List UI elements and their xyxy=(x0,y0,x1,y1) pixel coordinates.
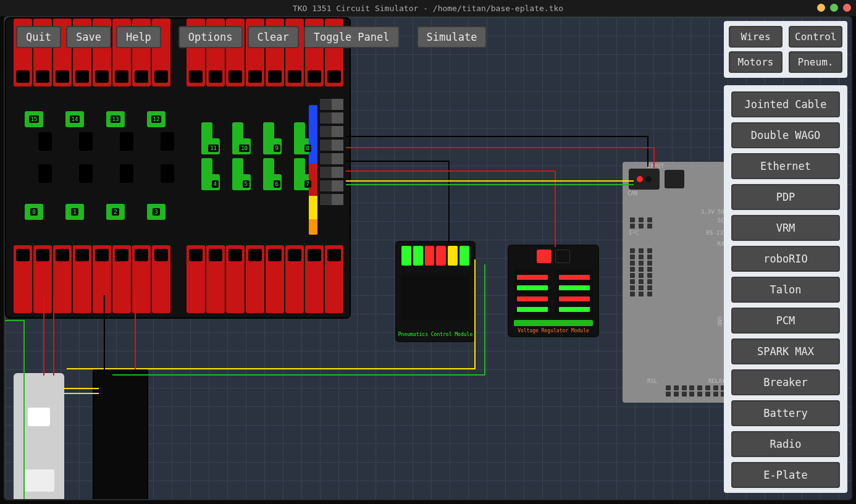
breaker-plug[interactable] xyxy=(28,408,50,426)
pdp-side-pin[interactable] xyxy=(320,99,343,110)
canvas-workarea[interactable]: Quit Save Help Options Clear Toggle Pane… xyxy=(4,16,852,500)
part-roborio[interactable]: roboRIO xyxy=(731,246,840,272)
pdp-port-15[interactable]: 15 xyxy=(25,111,43,127)
toggle-panel-button[interactable]: Toggle Panel xyxy=(304,26,400,48)
close-icon[interactable] xyxy=(843,4,851,12)
pdp-terminal[interactable] xyxy=(132,245,151,313)
pdp-terminal[interactable] xyxy=(53,245,72,313)
breaker-component[interactable] xyxy=(14,373,64,500)
wire-yellow[interactable] xyxy=(346,180,634,182)
pdp-port-6[interactable]: 6 xyxy=(263,158,282,190)
pdp-side-pin[interactable] xyxy=(320,126,343,137)
pdp-terminal[interactable] xyxy=(246,245,264,313)
help-button[interactable]: Help xyxy=(116,26,161,48)
pcm-port[interactable] xyxy=(425,246,435,266)
pdp-side-pin[interactable] xyxy=(320,180,343,191)
pdp-slot[interactable] xyxy=(161,164,174,183)
part-vrm[interactable]: VRM xyxy=(731,215,840,241)
simulate-button[interactable]: Simulate xyxy=(417,26,487,48)
pcm-port[interactable] xyxy=(459,246,469,266)
tab-wires[interactable]: Wires xyxy=(729,26,783,48)
pdp-slot[interactable] xyxy=(38,132,52,151)
part-radio[interactable]: Radio xyxy=(731,431,840,457)
pdp-port-2[interactable]: 2 xyxy=(106,204,125,220)
clear-button[interactable]: Clear xyxy=(248,26,299,48)
vrm-pos-icon[interactable] xyxy=(537,250,552,263)
pdp-slot[interactable] xyxy=(79,164,93,183)
pcm-port[interactable] xyxy=(436,246,446,266)
roborio-component[interactable]: INPUT CAN 3.3V 50A SCL I²C RS-232 RXD GN… xyxy=(623,162,734,403)
wire-red[interactable] xyxy=(555,170,556,247)
pdp-terminal[interactable] xyxy=(152,245,170,313)
part-battery[interactable]: Battery xyxy=(731,400,840,426)
wire-green[interactable] xyxy=(484,264,485,376)
pdp-port-10[interactable]: 10 xyxy=(232,122,251,154)
part-talon[interactable]: Talon xyxy=(731,277,840,303)
rio-pin-grid[interactable] xyxy=(666,385,728,397)
pdp-slot[interactable] xyxy=(38,164,52,183)
wire-black[interactable] xyxy=(448,161,450,243)
pdp-terminal[interactable] xyxy=(93,245,111,313)
pdp-terminal[interactable] xyxy=(14,245,32,313)
pdp-port-3[interactable]: 3 xyxy=(147,204,166,220)
pdp-slot[interactable] xyxy=(120,132,133,151)
part-breaker[interactable]: Breaker xyxy=(731,369,840,395)
minimize-icon[interactable] xyxy=(817,4,825,12)
pcm-port[interactable] xyxy=(401,246,411,266)
pdp-terminal[interactable] xyxy=(112,245,131,313)
vrm-neg-icon[interactable] xyxy=(555,250,570,263)
pdp-terminal[interactable] xyxy=(33,245,52,313)
part-pcm[interactable]: PCM xyxy=(731,308,840,334)
quit-button[interactable]: Quit xyxy=(16,26,61,48)
pdp-port-5[interactable]: 5 xyxy=(232,158,251,190)
wire-black[interactable] xyxy=(346,136,648,137)
wire-green[interactable] xyxy=(5,320,23,321)
pdp-slot[interactable] xyxy=(79,132,93,151)
pdp-port-0[interactable]: 0 xyxy=(25,204,43,220)
pdp-terminal[interactable] xyxy=(73,245,91,313)
vrm-col[interactable] xyxy=(514,269,551,317)
options-button[interactable]: Options xyxy=(178,26,243,48)
battery-component[interactable] xyxy=(93,368,148,500)
maximize-icon[interactable] xyxy=(830,4,838,12)
pcm-component[interactable]: Pneumatics Control Module xyxy=(395,241,476,342)
rio-pin-grid[interactable] xyxy=(630,217,655,229)
pdp-side-pin[interactable] xyxy=(320,153,343,164)
pdp-terminal[interactable] xyxy=(206,245,225,313)
wire-black[interactable] xyxy=(346,161,450,162)
tab-pneum[interactable]: Pneum. xyxy=(789,51,842,73)
pdp-port-9[interactable]: 9 xyxy=(263,122,282,154)
rio-pin-grid[interactable] xyxy=(630,248,655,296)
pdp-port-4[interactable]: 4 xyxy=(201,158,220,190)
pdp-terminal[interactable] xyxy=(325,245,343,313)
tab-control[interactable]: Control xyxy=(789,26,842,48)
pdp-component[interactable]: 15 14 13 12 11 10 9 8 4 5 6 7 0 1 2 3 xyxy=(5,17,351,319)
vrm-component[interactable]: Voltage Regulator Module xyxy=(508,245,599,337)
breaker-switch[interactable] xyxy=(23,469,54,492)
part-double-wago[interactable]: Double WAGO xyxy=(731,122,840,148)
vrm-col[interactable] xyxy=(556,269,593,317)
pdp-slot[interactable] xyxy=(120,164,133,183)
wire-green[interactable] xyxy=(112,374,485,376)
part-eplate[interactable]: E-Plate xyxy=(731,462,840,488)
pdp-side-pin[interactable] xyxy=(320,140,343,151)
pdp-slot[interactable] xyxy=(161,132,174,151)
wire-red[interactable] xyxy=(346,170,556,172)
pdp-terminal[interactable] xyxy=(305,245,324,313)
part-ethernet[interactable]: Ethernet xyxy=(731,153,840,179)
pdp-terminal[interactable] xyxy=(266,245,284,313)
pdp-terminal[interactable] xyxy=(226,245,245,313)
wire-green[interactable] xyxy=(346,184,634,185)
part-pdp[interactable]: PDP xyxy=(731,184,840,210)
pdp-terminal[interactable] xyxy=(285,245,304,313)
pdp-side-pin[interactable] xyxy=(320,112,343,124)
pcm-port[interactable] xyxy=(413,246,423,266)
pdp-port-13[interactable]: 13 xyxy=(106,111,125,127)
part-jointed-cable[interactable]: Jointed Cable xyxy=(731,91,840,117)
pdp-port-1[interactable]: 1 xyxy=(65,204,84,220)
wire-red[interactable] xyxy=(346,147,655,148)
pcm-port[interactable] xyxy=(448,246,458,266)
pdp-side-pin[interactable] xyxy=(320,194,343,205)
pdp-terminal[interactable] xyxy=(187,245,205,313)
rio-usb-port[interactable] xyxy=(665,170,684,188)
